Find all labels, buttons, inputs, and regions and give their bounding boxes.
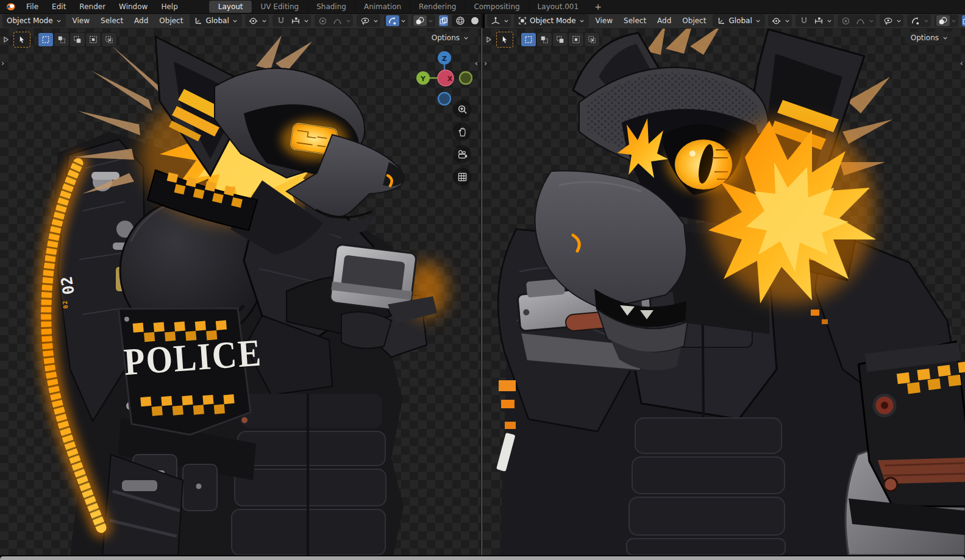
tab-uv-editing[interactable]: UV Editing <box>252 1 308 13</box>
xray-toggle[interactable] <box>962 15 965 26</box>
tab-layout-001[interactable]: Layout.001 <box>529 1 588 13</box>
editor-type-selector[interactable] <box>487 15 511 27</box>
select-mode-intersect-button[interactable] <box>102 33 116 46</box>
tab-compositing[interactable]: Compositing <box>465 1 528 13</box>
overlays-toggle[interactable] <box>413 15 427 26</box>
transform-orientation-selector[interactable]: Global <box>713 14 764 27</box>
mode-selector[interactable]: Object Mode <box>514 14 589 27</box>
menu-view[interactable]: View <box>67 16 95 25</box>
camera-view-button[interactable] <box>453 145 471 163</box>
object-visibility-selector[interactable] <box>357 15 380 27</box>
chevron-down-icon <box>951 18 956 24</box>
menu-object[interactable]: Object <box>677 16 711 25</box>
expander-arrow-icon[interactable] <box>485 36 493 43</box>
chevron-down-icon <box>755 18 761 24</box>
select-mode-extend-button[interactable] <box>54 33 69 46</box>
overlays-toggle[interactable] <box>936 15 950 26</box>
tab-shading[interactable]: Shading <box>307 1 355 13</box>
proportional-falloff-selector[interactable] <box>331 15 344 26</box>
menu-edit[interactable]: Edit <box>45 1 73 13</box>
xray-toggle-icon <box>439 16 448 26</box>
select-box-tool-button[interactable] <box>13 32 30 48</box>
select-box-tool-button[interactable] <box>496 32 513 48</box>
shading-solid-button[interactable] <box>468 15 481 26</box>
snap-magnet-toggle[interactable] <box>274 15 288 26</box>
xray-toggle[interactable] <box>439 15 448 26</box>
proportional-editing-toggle[interactable] <box>316 15 330 26</box>
toolbar-toggle-icon[interactable]: › <box>1 60 4 67</box>
sidebar-toggle-icon[interactable]: ‹ <box>960 60 963 67</box>
menu-file[interactable]: File <box>20 1 45 13</box>
mode-selector[interactable]: Object Mode <box>2 14 66 27</box>
options-button-right[interactable]: Options <box>905 32 954 44</box>
select-mode-set-icon <box>524 35 533 44</box>
select-mode-extend-button[interactable] <box>537 33 552 46</box>
tab-layout[interactable]: Layout <box>209 1 252 13</box>
select-mode-intersect-button[interactable] <box>585 33 599 46</box>
select-mode-invert-icon <box>572 35 580 44</box>
bottom-editor-edge <box>0 555 965 560</box>
gizmo-y-neg-axis[interactable] <box>460 72 472 84</box>
gizmos-toggle[interactable] <box>386 15 399 26</box>
menu-object[interactable]: Object <box>154 16 188 25</box>
gizmos-toggle-icon <box>388 16 397 26</box>
pivot-point-selector[interactable] <box>768 15 792 27</box>
select-mode-subtract-button[interactable] <box>70 33 85 46</box>
proportional-editing-toggle[interactable] <box>839 15 853 26</box>
gizmos-toggle-icon <box>911 16 920 26</box>
bottom-editor-header-bar[interactable] <box>0 556 965 560</box>
menu-select[interactable]: Select <box>95 16 129 25</box>
tab-rendering[interactable]: Rendering <box>410 1 465 13</box>
options-button-left[interactable]: Options <box>426 32 475 44</box>
camera-view-icon <box>457 149 468 160</box>
area-divider[interactable] <box>481 28 483 555</box>
proportional-falloff-selector[interactable] <box>854 15 867 26</box>
select-mode-invert-button[interactable] <box>569 33 583 46</box>
snap-target-selector[interactable] <box>812 15 825 26</box>
snap-magnet-icon <box>800 16 808 25</box>
viewport-left-canvas[interactable]: POLICE 02 02 <box>0 28 481 555</box>
snap-target-selector[interactable] <box>289 15 302 26</box>
pan-hand-button[interactable] <box>453 122 471 141</box>
zoom-button[interactable] <box>453 100 471 118</box>
menu-help[interactable]: Help <box>154 1 184 13</box>
tool-settings-right <box>485 32 600 48</box>
select-box-tool-icon <box>18 35 26 44</box>
gizmo-z-neg-axis[interactable] <box>438 93 450 105</box>
gizmo-x-label: X <box>447 75 453 83</box>
menu-view[interactable]: View <box>590 16 618 25</box>
shading-mode-group <box>452 15 481 27</box>
sidebar-toggle-icon[interactable]: ‹ <box>475 60 478 67</box>
pivot-point-selector[interactable] <box>245 15 269 27</box>
tab-animation[interactable]: Animation <box>355 1 410 13</box>
chevron-down-icon <box>56 18 62 24</box>
menu-select[interactable]: Select <box>618 16 652 25</box>
topbar: File Edit Render Window Help Layout UV E… <box>0 0 965 14</box>
grid-button[interactable] <box>453 168 471 186</box>
select-mode-invert-button[interactable] <box>86 33 101 46</box>
toolbar-toggle-icon[interactable]: › <box>484 60 487 67</box>
proportional-editing-controls <box>315 15 353 27</box>
view-axis-gizmo[interactable]: Z Y X <box>416 50 472 106</box>
blender-logo-icon[interactable] <box>5 2 16 12</box>
expander-arrow-icon[interactable] <box>2 36 10 43</box>
gizmos-toggle[interactable] <box>909 15 922 26</box>
select-mode-set-button[interactable] <box>521 33 536 46</box>
menu-window[interactable]: Window <box>112 1 154 13</box>
object-visibility-selector[interactable] <box>880 15 903 27</box>
menu-add[interactable]: Add <box>129 16 154 25</box>
menu-add[interactable]: Add <box>652 16 677 25</box>
add-workspace-icon[interactable]: + <box>587 2 609 12</box>
select-box-tool-icon <box>500 35 509 44</box>
snap-magnet-toggle[interactable] <box>797 15 811 26</box>
select-mode-subtract-icon <box>556 35 564 44</box>
transform-orientation-selector[interactable]: Global <box>190 14 241 27</box>
header-divider[interactable] <box>481 13 483 28</box>
menu-render[interactable]: Render <box>73 1 112 13</box>
select-mode-set-button[interactable] <box>38 33 53 46</box>
shading-wireframe-button[interactable] <box>454 15 467 26</box>
render-character-right <box>483 28 965 555</box>
select-mode-subtract-button[interactable] <box>553 33 568 46</box>
select-mode-invert-icon <box>89 35 98 44</box>
viewport-right-canvas[interactable]: POLICE <box>483 28 965 555</box>
